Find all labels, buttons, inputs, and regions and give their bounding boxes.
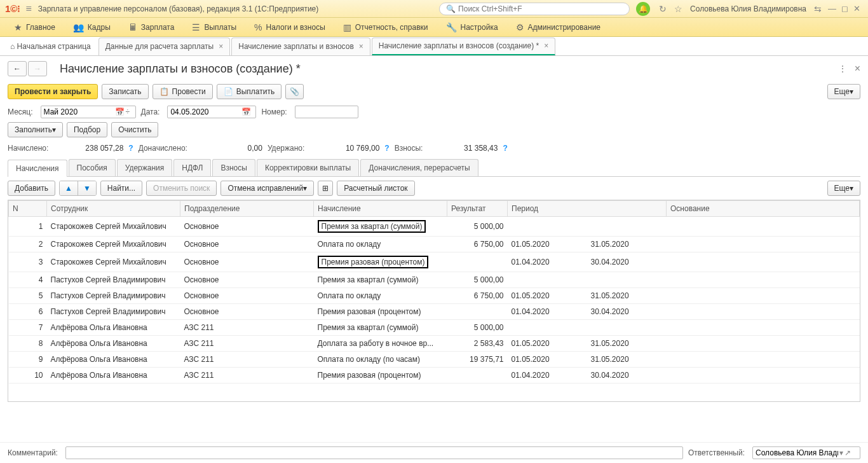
- wrench-icon: 🔧: [446, 22, 457, 32]
- col-result[interactable]: Результат: [447, 201, 508, 217]
- tab-ndfl[interactable]: НДФЛ: [173, 159, 211, 176]
- tab-benefits[interactable]: Пособия: [69, 159, 116, 176]
- cell-n: 2: [9, 237, 47, 252]
- menu-taxes[interactable]: %Налоги и взносы: [245, 18, 334, 36]
- table-row[interactable]: 7Алфёрова Ольга ИвановнаАЗС 211Премия за…: [9, 320, 860, 336]
- table-row[interactable]: 10Алфёрова Ольга ИвановнаАЗС 211Премия р…: [9, 368, 860, 384]
- table-row[interactable]: 9Алфёрова Ольга ИвановнаАЗС 211Оплата по…: [9, 352, 860, 368]
- attach-button[interactable]: 📎: [285, 84, 304, 99]
- menu-label: Зарплата: [141, 23, 175, 32]
- col-basis[interactable]: Основание: [667, 201, 860, 217]
- menu-label: Администрирование: [528, 23, 600, 32]
- table-row[interactable]: 8Алфёрова Ольга ИвановнаАЗС 211Доплата з…: [9, 336, 860, 352]
- calendar-icon[interactable]: 📅: [115, 107, 125, 116]
- tab-corrections[interactable]: Корректировки выплаты: [257, 159, 359, 176]
- date-field[interactable]: 📅: [167, 106, 256, 118]
- back-button[interactable]: ←: [8, 61, 27, 76]
- post-button[interactable]: 📋Провести: [153, 84, 213, 99]
- help-icon[interactable]: ?: [128, 144, 133, 153]
- number-field[interactable]: [295, 106, 358, 118]
- move-down-button[interactable]: ▼: [78, 181, 96, 195]
- save-button[interactable]: Записать: [102, 84, 148, 99]
- table-row[interactable]: 5Пастухов Сергей ВладимировичОсновноеОпл…: [9, 288, 860, 304]
- cell-basis: [667, 352, 860, 368]
- menu-salary[interactable]: 🖩Зарплата: [119, 18, 184, 36]
- pay-button[interactable]: 📄Выплатить: [217, 84, 282, 99]
- tab-accrual-new[interactable]: Начисление зарплаты и взносов (создание)…: [372, 38, 555, 55]
- menu-personnel[interactable]: 👥Кадры: [64, 18, 119, 36]
- star-icon: ★: [14, 22, 22, 32]
- tab-accruals-list[interactable]: Начисление зарплаты и взносов×: [231, 38, 370, 55]
- tab-home[interactable]: ⌂ Начальная страница: [4, 38, 97, 55]
- menu-icon[interactable]: ≡: [25, 3, 31, 15]
- cell-result: 6 750,00: [447, 237, 508, 252]
- help-icon[interactable]: ?: [384, 144, 389, 153]
- fill-button[interactable]: Заполнить ▾: [8, 122, 63, 137]
- search-box[interactable]: 🔍: [439, 3, 630, 15]
- select-button[interactable]: Подбор: [67, 122, 107, 137]
- col-accrual[interactable]: Начисление: [314, 201, 447, 217]
- tab-deductions[interactable]: Удержания: [117, 159, 173, 176]
- post-and-close-button[interactable]: Провести и закрыть: [8, 84, 98, 99]
- more-button[interactable]: Еще ▾: [827, 84, 860, 99]
- menu-settings[interactable]: 🔧Настройка: [437, 18, 507, 36]
- cancel-corrections-button[interactable]: Отмена исправлений ▾: [220, 181, 314, 196]
- table-row[interactable]: 2Старокожев Сергей МихайловичОсновноеОпл…: [9, 237, 860, 252]
- maximize-icon[interactable]: ◻: [841, 4, 848, 13]
- close-window-icon[interactable]: ✕: [853, 4, 860, 13]
- cell-dept: АЗС 211: [180, 336, 314, 352]
- menu-reports[interactable]: ▥Отчетность, справки: [334, 18, 437, 36]
- col-period[interactable]: Период: [508, 201, 667, 217]
- find-button[interactable]: Найти...: [100, 181, 142, 196]
- spinner-icon[interactable]: ÷: [126, 107, 130, 116]
- close-icon[interactable]: ×: [359, 42, 363, 51]
- minimize-icon[interactable]: —: [828, 4, 836, 13]
- username[interactable]: Соловьева Юлия Владимировна: [690, 4, 806, 13]
- col-n[interactable]: N: [9, 201, 47, 217]
- col-dept[interactable]: Подразделение: [180, 201, 314, 217]
- accruals-grid[interactable]: N Сотрудник Подразделение Начисление Рез…: [8, 200, 860, 384]
- tab-contributions[interactable]: Взносы: [212, 159, 255, 176]
- clear-button[interactable]: Очистить: [111, 122, 158, 137]
- table-row[interactable]: 4Пастухов Сергей ВладимировичОсновноеПре…: [9, 272, 860, 288]
- forward-button[interactable]: →: [28, 61, 47, 76]
- col-employee[interactable]: Сотрудник: [47, 201, 180, 217]
- table-row[interactable]: 1Старокожев Сергей МихайловичОсновноеПре…: [9, 217, 860, 237]
- history-icon[interactable]: ↻: [659, 4, 667, 14]
- add-button[interactable]: Добавить: [8, 181, 55, 196]
- more-icon[interactable]: ⋮: [838, 64, 847, 74]
- btn-label: Отмена исправлений: [227, 184, 303, 193]
- help-icon[interactable]: ?: [503, 144, 507, 153]
- close-doc-icon[interactable]: ×: [855, 63, 860, 74]
- gear-icon: ⚙: [516, 22, 524, 32]
- month-field[interactable]: 📅÷: [41, 106, 136, 118]
- tab-accruals[interactable]: Начисления: [8, 160, 67, 177]
- cell-n: 8: [9, 336, 47, 352]
- move-up-button[interactable]: ▲: [60, 181, 78, 195]
- menu-main[interactable]: ★Главное: [5, 18, 64, 36]
- clip-icon: 📎: [290, 87, 299, 96]
- cell-result: 2 583,43: [447, 336, 508, 352]
- show-details-button[interactable]: ⊞: [318, 181, 333, 196]
- cell-n: 10: [9, 368, 47, 384]
- table-row[interactable]: 3Старокожев Сергей МихайловичОсновноеПре…: [9, 252, 860, 272]
- more-button[interactable]: Еще ▾: [827, 181, 860, 196]
- menu-payments[interactable]: ☰Выплаты: [183, 18, 245, 36]
- cancel-search-button[interactable]: Отменить поиск: [146, 181, 217, 196]
- table-row[interactable]: 6Пастухов Сергей ВладимировичОсновноеПре…: [9, 304, 860, 320]
- payslip-button[interactable]: Расчетный листок: [337, 181, 414, 196]
- calendar-icon[interactable]: 📅: [241, 107, 251, 116]
- cell-accrual: Оплата по окладу: [314, 237, 447, 252]
- tab-calc-data[interactable]: Данные для расчета зарплаты×: [98, 38, 231, 55]
- favorite-icon[interactable]: ☆: [674, 4, 682, 14]
- cell-period-to: 31.05.2020: [587, 352, 667, 368]
- close-icon[interactable]: ×: [219, 42, 223, 51]
- settings-icon[interactable]: ⇆: [814, 4, 822, 14]
- doc-header: ← → Начисление зарплаты и взносов (созда…: [0, 56, 868, 81]
- notifications-icon[interactable]: 🔔: [636, 2, 650, 16]
- tab-addl[interactable]: Доначисления, перерасчеты: [360, 159, 478, 176]
- menu-admin[interactable]: ⚙Администрирование: [507, 18, 609, 36]
- grid-scroll[interactable]: N Сотрудник Подразделение Начисление Рез…: [8, 200, 860, 401]
- search-input[interactable]: [458, 4, 623, 13]
- close-icon[interactable]: ×: [544, 41, 548, 50]
